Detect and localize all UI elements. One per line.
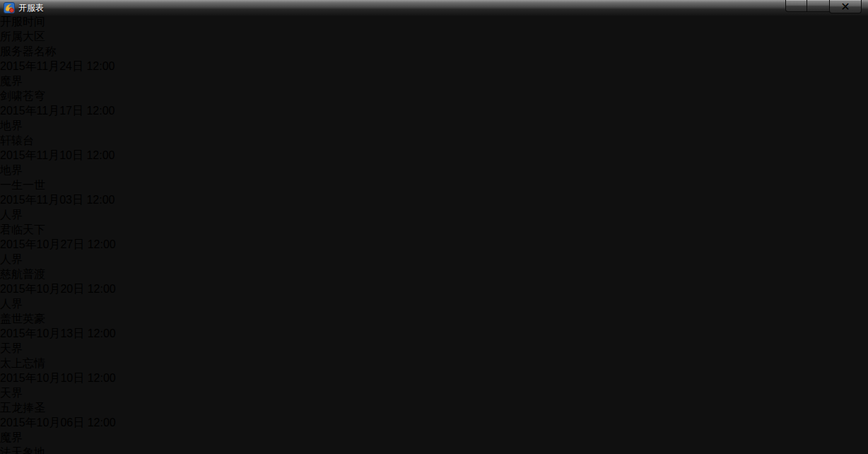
table-cell: 2015年10月06日 12:00 <box>0 416 868 431</box>
window-frame: 安卓平台开服表 开服时间 所属大区 服务器名称 2015年11月24日 12:0… <box>0 0 868 454</box>
table-row: 2015年10月27日 12:00人界慈航普渡 <box>0 238 868 282</box>
table-row: 2015年11月10日 12:00地界一生一世 <box>0 149 868 193</box>
table-cell: 人界 <box>0 252 868 267</box>
window-controls: ✕ <box>786 0 862 13</box>
table-cell: 君临天下 <box>0 223 868 238</box>
maximize-button[interactable] <box>807 0 830 12</box>
table-cell: 地界 <box>0 163 868 178</box>
table-cell: 2015年10月27日 12:00 <box>0 238 868 252</box>
client-area: 安卓平台开服表 开服时间 所属大区 服务器名称 2015年11月24日 12:0… <box>0 0 868 454</box>
android-table-panel: 安卓平台开服表 开服时间 所属大区 服务器名称 2015年11月24日 12:0… <box>0 0 868 454</box>
table-cell: 剑啸苍穹 <box>0 89 868 104</box>
table-cell: 天界 <box>0 342 868 356</box>
table-cell: 五龙捧圣 <box>0 401 868 416</box>
titlebar[interactable]: 开服表 ✕ <box>0 0 868 16</box>
table-cell: 人界 <box>0 297 868 312</box>
table-cell: 人界 <box>0 208 868 223</box>
app-window: 开服表 ✕ 安卓平台开服表 开服时间 所属大区 服务器名称 <box>0 0 868 454</box>
minimize-button[interactable] <box>785 0 807 12</box>
table-cell: 2015年11月24日 12:00 <box>0 59 868 74</box>
table-cell: 慈航普渡 <box>0 267 868 282</box>
table-cell: 地界 <box>0 119 868 134</box>
column-header-server-name: 服务器名称 <box>0 45 868 59</box>
table-cell: 2015年10月10日 12:00 <box>0 371 868 386</box>
android-column-headers: 开服时间 所属大区 服务器名称 <box>0 15 868 59</box>
table-row: 2015年11月24日 12:00魔界剑啸苍穹 <box>0 59 868 104</box>
table-row: 2015年10月13日 12:00天界太上忘情 <box>0 327 868 371</box>
table-row: 2015年11月17日 12:00地界轩辕台 <box>0 104 868 149</box>
table-cell: 一生一世 <box>0 178 868 193</box>
table-row: 2015年10月10日 12:00天界五龙捧圣 <box>0 371 868 416</box>
close-button[interactable]: ✕ <box>829 0 862 13</box>
window-title: 开服表 <box>18 2 44 14</box>
tables-container: 安卓平台开服表 开服时间 所属大区 服务器名称 2015年11月24日 12:0… <box>0 0 868 454</box>
table-row: 2015年11月03日 12:00人界君临天下 <box>0 193 868 238</box>
table-row: 2015年10月20日 12:00人界盖世英豪 <box>0 282 868 327</box>
table-cell: 2015年11月17日 12:00 <box>0 104 868 119</box>
table-cell: 太上忘情 <box>0 356 868 371</box>
column-header-open-time: 开服时间 <box>0 15 868 30</box>
android-table-rows: 2015年11月24日 12:00魔界剑啸苍穹2015年11月17日 12:00… <box>0 59 868 454</box>
column-header-region: 所属大区 <box>0 30 868 45</box>
table-cell: 天界 <box>0 386 868 401</box>
table-cell: 2015年10月13日 12:00 <box>0 327 868 342</box>
table-cell: 魔界 <box>0 74 868 89</box>
table-row: 2015年10月06日 12:00魔界法天象地 <box>0 416 868 454</box>
table-cell: 2015年11月03日 12:00 <box>0 193 868 208</box>
table-cell: 2015年10月20日 12:00 <box>0 282 868 297</box>
app-icon <box>4 2 15 13</box>
close-icon: ✕ <box>840 0 850 13</box>
table-cell: 法天象地 <box>0 446 868 454</box>
table-cell: 魔界 <box>0 431 868 446</box>
table-cell: 2015年11月10日 12:00 <box>0 149 868 163</box>
table-cell: 盖世英豪 <box>0 312 868 327</box>
table-cell: 轩辕台 <box>0 134 868 149</box>
